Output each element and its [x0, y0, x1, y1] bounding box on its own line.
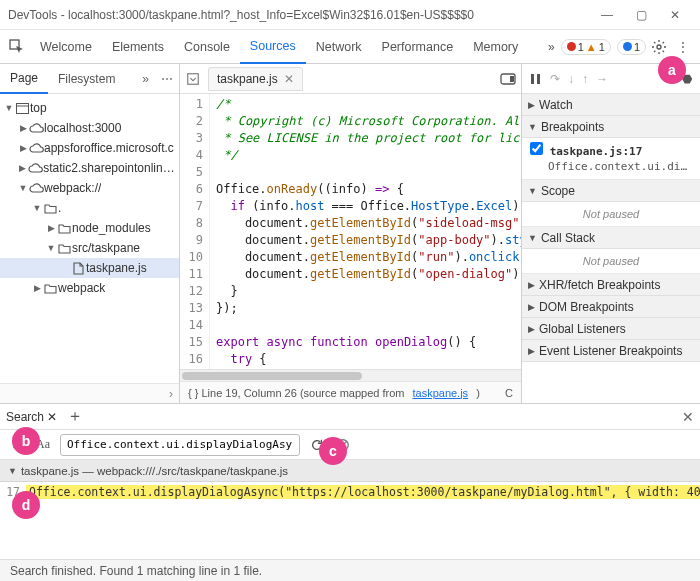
page-tab[interactable]: Page [0, 64, 48, 94]
navigator-footer: › [0, 383, 179, 403]
scope-section-header[interactable]: ▼Scope [522, 180, 700, 202]
tab-console[interactable]: Console [174, 30, 240, 64]
main-tab-bar: WelcomeElementsConsoleSourcesNetworkPerf… [0, 30, 700, 64]
svg-point-1 [657, 45, 661, 49]
annotation-d: d [12, 491, 40, 519]
editor-tab-taskpane[interactable]: taskpane.js ✕ [208, 67, 303, 91]
file-tree[interactable]: ▼top▶localhost:3000▶appsforoffice.micros… [0, 94, 179, 383]
tree-item[interactable]: ▶webpack [0, 278, 179, 298]
callstack-section-header[interactable]: ▼Call Stack [522, 227, 700, 249]
close-drawer-icon[interactable]: ✕ [682, 409, 694, 425]
window-title: DevTools - localhost:3000/taskpane.html?… [8, 8, 590, 22]
search-input[interactable] [60, 434, 300, 456]
tree-item[interactable]: ▼src/taskpane [0, 238, 179, 258]
debugger-panel: ↷ ↓ ↑ → ⬣ ▶Watch ▼Breakpoints taskpane.j… [522, 64, 700, 403]
issue-badges[interactable]: 1 ▲1 1 [561, 39, 646, 55]
navigator-panel: Page Filesystem » ⋯ ▼top▶localhost:3000▶… [0, 64, 180, 403]
svg-rect-2 [16, 103, 28, 113]
tab-elements[interactable]: Elements [102, 30, 174, 64]
navigator-more-icon[interactable]: » [136, 72, 155, 86]
dom-section-header[interactable]: ▶DOM Breakpoints [522, 296, 700, 318]
breakpoints-section-body: taskpane.js:17 Office.context.ui.displa… [522, 138, 700, 180]
coverage-icon[interactable]: C [505, 387, 513, 399]
editor-panel: taskpane.js ✕ 12345678910111213141516171… [180, 64, 522, 403]
tab-sources[interactable]: Sources [240, 30, 306, 64]
tree-item[interactable]: taskpane.js [0, 258, 179, 278]
inspect-icon[interactable] [6, 36, 28, 58]
line-gutter[interactable]: 12345678910111213141516171819202122 [180, 94, 210, 369]
watch-section-header[interactable]: ▶Watch [522, 94, 700, 116]
callstack-section-body: Not paused [522, 249, 700, 274]
title-bar: DevTools - localhost:3000/taskpane.html?… [0, 0, 700, 30]
navigator-kebab-icon[interactable]: ⋯ [155, 72, 179, 86]
search-result-match[interactable]: 17 Office.context.ui.displayDialogAsync(… [0, 482, 700, 502]
window-minimize-button[interactable]: — [590, 4, 624, 26]
tree-item[interactable]: ▶node_modules [0, 218, 179, 238]
event-section-header[interactable]: ▶Event Listener Breakpoints [522, 340, 700, 362]
settings-gear-icon[interactable] [648, 36, 670, 58]
tab-memory[interactable]: Memory [463, 30, 528, 64]
editor-device-icon[interactable] [499, 70, 517, 88]
svg-rect-8 [537, 74, 540, 84]
scope-section-body: Not paused [522, 202, 700, 227]
breakpoints-section-header[interactable]: ▼Breakpoints [522, 116, 700, 138]
search-status-bar: Search finished. Found 1 matching line i… [0, 559, 700, 581]
close-search-tab-icon[interactable]: ✕ [47, 410, 57, 424]
tree-item[interactable]: ▼top [0, 98, 179, 118]
tab-performance[interactable]: Performance [372, 30, 464, 64]
horizontal-scrollbar[interactable] [180, 369, 521, 381]
drawer-panel: Search ✕ ＋ ✕ .* Aa ▼ taskpane.js — webpa… [0, 404, 700, 581]
annotation-c: c [319, 437, 347, 465]
annotation-b: b [12, 427, 40, 455]
xhr-section-header[interactable]: ▶XHR/fetch Breakpoints [522, 274, 700, 296]
new-tab-icon[interactable]: ＋ [67, 406, 83, 427]
kebab-menu-icon[interactable]: ⋮ [672, 36, 694, 58]
svg-rect-6 [510, 76, 514, 82]
tab-welcome[interactable]: Welcome [30, 30, 102, 64]
step-over-icon[interactable]: ↷ [550, 72, 560, 86]
source-map-link[interactable]: taskpane.js [412, 387, 468, 399]
svg-rect-4 [188, 73, 199, 84]
pause-icon[interactable] [530, 73, 542, 85]
annotation-a: a [658, 56, 686, 84]
filesystem-tab[interactable]: Filesystem [48, 64, 125, 94]
svg-rect-7 [531, 74, 534, 84]
editor-tab-label: taskpane.js [217, 72, 278, 86]
search-result-file[interactable]: ▼ taskpane.js — webpack:///./src/taskpan… [0, 460, 700, 482]
close-tab-icon[interactable]: ✕ [284, 72, 294, 86]
window-maximize-button[interactable]: ▢ [624, 4, 658, 26]
window-close-button[interactable]: ✕ [658, 4, 692, 26]
global-section-header[interactable]: ▶Global Listeners [522, 318, 700, 340]
step-out-icon[interactable]: ↑ [582, 72, 588, 86]
editor-status-bar: { } Line 19, Column 26 (source mapped fr… [180, 381, 521, 403]
tree-item[interactable]: ▶appsforoffice.microsoft.c [0, 138, 179, 158]
tree-item[interactable]: ▶localhost:3000 [0, 118, 179, 138]
step-icon[interactable]: → [596, 72, 608, 86]
more-tabs-icon[interactable]: » [544, 40, 559, 54]
code-content[interactable]: /* * Copyright (c) Microsoft Corporation… [210, 94, 521, 369]
tree-item[interactable]: ▼. [0, 198, 179, 218]
tree-item[interactable]: ▶static2.sharepointonline.c [0, 158, 179, 178]
breakpoint-checkbox[interactable] [530, 142, 543, 155]
step-into-icon[interactable]: ↓ [568, 72, 574, 86]
search-tab[interactable]: Search ✕ [6, 410, 57, 424]
tree-item[interactable]: ▼webpack:// [0, 178, 179, 198]
editor-dropdown-icon[interactable] [184, 70, 202, 88]
tab-network[interactable]: Network [306, 30, 372, 64]
breakpoint-item[interactable]: taskpane.js:17 Office.context.ui.displa… [530, 142, 692, 175]
